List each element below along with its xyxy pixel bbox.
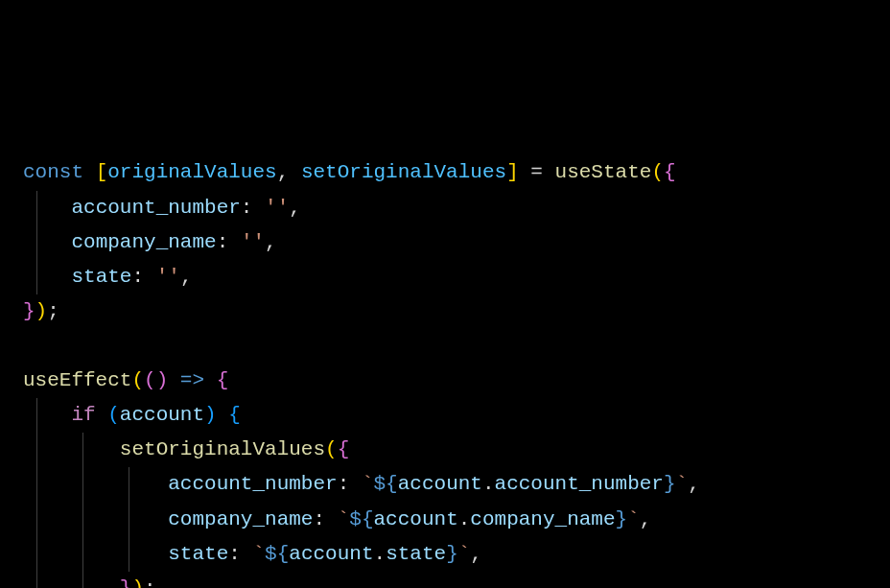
- paren-close: ): [204, 404, 217, 426]
- variable: account: [120, 404, 204, 426]
- string: '': [156, 266, 180, 288]
- colon: :: [131, 266, 155, 288]
- object: account: [289, 543, 373, 565]
- space: [217, 404, 229, 426]
- semicolon: ;: [144, 577, 156, 588]
- comma: ,: [289, 197, 301, 219]
- space: [83, 161, 96, 183]
- dot: .: [458, 508, 471, 530]
- colon: :: [338, 473, 362, 495]
- brace-close: }: [23, 300, 35, 322]
- function-call: setOriginalValues: [120, 438, 325, 460]
- property: state: [71, 266, 131, 288]
- code-line: account_number: `${account.account_numbe…: [23, 467, 867, 502]
- paren-close: ): [131, 577, 144, 588]
- string: '': [241, 231, 265, 253]
- code-line: });: [23, 572, 867, 588]
- template-tick: `: [458, 543, 471, 565]
- object: account: [374, 508, 458, 530]
- member: state: [386, 543, 446, 565]
- comma: ,: [277, 161, 301, 183]
- paren-close: ): [156, 369, 169, 391]
- dot: .: [482, 473, 495, 495]
- object: account: [398, 473, 482, 495]
- keyword-if: if: [71, 404, 95, 426]
- variable: setOriginalValues: [301, 161, 506, 183]
- template-tick: `: [362, 473, 374, 495]
- colon: :: [241, 197, 265, 219]
- member: account_number: [495, 473, 664, 495]
- equals: =: [519, 161, 555, 183]
- property: state: [168, 543, 228, 565]
- arrow: =>: [168, 369, 216, 391]
- comma: ,: [640, 508, 652, 530]
- paren-close: ): [35, 300, 48, 322]
- template-expr-open: ${: [374, 473, 398, 495]
- code-line: state: `${account.state}`,: [23, 537, 867, 572]
- code-line: if (account) {: [23, 398, 867, 433]
- bracket-close: ]: [506, 161, 519, 183]
- paren-open: (: [107, 404, 120, 426]
- code-line: useEffect(() => {: [23, 364, 867, 398]
- property: account_number: [71, 197, 240, 219]
- semicolon: ;: [47, 300, 59, 322]
- brace-close: }: [120, 577, 132, 588]
- keyword-const: const: [23, 161, 83, 183]
- colon: :: [228, 543, 252, 565]
- code-line: const [originalValues, setOriginalValues…: [23, 155, 867, 190]
- comma: ,: [688, 473, 700, 495]
- code-line: state: '',: [23, 260, 867, 294]
- property: company_name: [71, 231, 216, 253]
- code-line: company_name: `${account.company_name}`,: [23, 503, 867, 537]
- code-line: company_name: '',: [23, 225, 867, 260]
- brace-open: {: [338, 438, 350, 460]
- brace-open: {: [664, 161, 676, 183]
- template-expr-open: ${: [265, 543, 289, 565]
- code-line: account_number: '',: [23, 191, 867, 225]
- code-line: setOriginalValues({: [23, 433, 867, 467]
- paren-open: (: [325, 438, 338, 460]
- template-tick: `: [676, 473, 689, 495]
- property: company_name: [168, 508, 313, 530]
- space: [96, 404, 108, 426]
- function-call: useState: [555, 161, 652, 183]
- paren-open: (: [144, 369, 156, 391]
- code-line: });: [23, 294, 867, 329]
- paren-open: (: [651, 161, 664, 183]
- code-line-empty: [23, 329, 867, 364]
- colon: :: [313, 508, 337, 530]
- bracket-open: [: [96, 161, 108, 183]
- comma: ,: [265, 231, 277, 253]
- template-expr-close: }: [664, 473, 676, 495]
- property: account_number: [168, 473, 337, 495]
- brace-open: {: [228, 404, 241, 426]
- code-block: const [originalValues, setOriginalValues…: [23, 155, 867, 588]
- string: '': [265, 197, 289, 219]
- variable: originalValues: [107, 161, 276, 183]
- paren-open: (: [131, 369, 144, 391]
- member: company_name: [470, 508, 615, 530]
- dot: .: [374, 543, 386, 565]
- function-call: useEffect: [23, 369, 131, 391]
- template-expr-close: }: [446, 543, 458, 565]
- brace-open: {: [217, 369, 229, 391]
- template-expr-close: }: [616, 508, 628, 530]
- comma: ,: [470, 543, 482, 565]
- template-tick: `: [338, 508, 350, 530]
- template-tick: `: [252, 543, 265, 565]
- template-tick: `: [627, 508, 640, 530]
- comma: ,: [180, 266, 193, 288]
- template-expr-open: ${: [349, 508, 373, 530]
- colon: :: [217, 231, 241, 253]
